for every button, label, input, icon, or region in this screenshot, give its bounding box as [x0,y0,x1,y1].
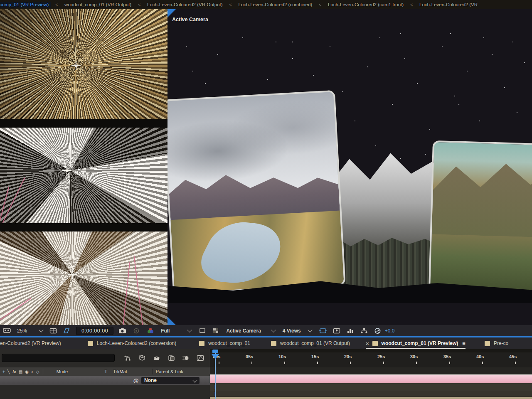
viewer-tab-woodcut-vr-output[interactable]: woodcut_comp_01 (VR Output) [62,2,133,7]
flowchart-icon[interactable] [360,327,369,335]
view-dropdown[interactable]: Active Camera [226,328,275,334]
exposure-value[interactable]: +0.0 [385,328,395,334]
3d-layer-switch-icon[interactable]: ◇ [36,369,39,374]
timeline-tab-pre-comp[interactable]: Pre-co [485,340,508,346]
active-camera-view[interactable]: Active Camera [167,9,532,325]
timeline-tab-woodcut[interactable]: woodcut_comp_01 [199,340,250,346]
timeline-tab-loch-vr-preview[interactable]: en-Coloured2 (VR Preview) [0,340,61,346]
shy-layers-icon[interactable] [152,354,161,362]
frame-blend-switch-icon[interactable]: ▤ [19,369,22,374]
view-select-corner-icon [167,317,176,325]
layout-dropdown[interactable]: 4 Views [283,328,312,334]
tab-separator-icon: < [55,2,58,7]
anchor-point-icon[interactable] [69,271,76,278]
vr-goggles-icon[interactable] [2,327,11,335]
parent-link-column-header[interactable]: Parent & Link [156,369,183,374]
vr-preview-middle[interactable] [0,128,167,223]
track-row[interactable] [210,383,532,392]
after-effects-window: comp_01 (VR Preview) < woodcut_comp_01 (… [0,0,532,399]
ruler-tick: 05s [246,354,260,359]
t-column-header[interactable]: T [104,369,107,374]
anchor-point-icon[interactable] [63,167,71,174]
region-of-interest-icon[interactable] [198,327,207,335]
adjustment-layer-switch-icon[interactable]: ◐ [31,369,34,374]
channels-icon[interactable] [146,327,155,335]
pixel-aspect-correction-icon[interactable] [318,327,328,335]
column-divider [43,369,43,374]
shy-switch-icon[interactable]: + [2,369,5,374]
viewer-tab-comp01-vr-preview[interactable]: comp_01 (VR Preview) [0,2,51,7]
ruler-tick: 10s [278,354,293,359]
ruler-tick: 20s [344,354,358,359]
reset-exposure-icon[interactable] [373,327,382,335]
frame-blending-icon[interactable] [167,354,176,362]
timeline-tab-label: woodcut_comp_01 [208,340,250,346]
timeline-search-input[interactable] [2,354,115,362]
mode-column-header[interactable]: Mode [57,369,68,374]
loch-framed-photo-layer [167,90,346,295]
ruler-tick: 30s [410,354,424,359]
mask-path-line [134,256,143,325]
ruler-tick: 45s [509,354,523,359]
magnification-dropdown[interactable]: 25% [17,328,43,334]
panel-menu-icon[interactable]: ≡ [462,340,466,347]
timeline-tab-loch-conversion[interactable]: Loch-Leven-Coloured2 (conversion) [88,340,176,346]
mask-path-line [0,298,31,325]
timeline-panel-icon[interactable] [346,327,355,335]
ruler-tick: 15s [311,354,325,359]
anchor-point-icon[interactable] [72,62,80,69]
graph-editor-icon[interactable] [196,354,205,362]
timeline-tab-label: woodcut_comp_01 (VR Preview) [382,340,458,346]
timeline-ruler[interactable]: 00s 05s 10s 15s 20s 25s 30s 35s 40s 45s [210,349,532,367]
viewer-tab-loch-vr[interactable]: Loch-Leven-Coloured2 (VR [417,2,480,7]
viewer-tab-loch-combined[interactable]: Loch-Leven-Coloured2 (combined) [236,2,314,7]
vr-preview-bottom[interactable] [0,232,167,325]
collapse-switch-icon[interactable]: ╲ [7,369,10,374]
playhead-caret-icon[interactable] [211,354,219,359]
timecode-field[interactable]: 0:00:00:00 [76,327,113,335]
timeline-tab-bar: en-Coloured2 (VR Preview) Loch-Leven-Col… [0,337,532,349]
motion-blur-switch-icon[interactable]: ◉ [25,369,29,374]
comp-label-color-icon [372,341,378,346]
layer-duration-bar-pink[interactable] [210,374,532,383]
column-divider [152,369,153,374]
comp-label-color-icon [199,341,204,346]
snapshot-camera-icon[interactable] [118,327,127,335]
trkmat-column-header[interactable]: TrkMat [113,369,127,374]
viewer-tab-loch-cam1-front[interactable]: Loch-Leven-Coloured2 (cam1 front) [326,2,406,7]
chevron-down-icon [39,328,43,332]
fx-switch-icon[interactable]: fx [12,369,16,374]
pickwhip-icon[interactable]: @ [132,377,140,384]
mask-visibility-icon[interactable] [62,327,71,335]
composition-panel: Active Camera [0,9,532,325]
playhead-line[interactable] [215,353,216,399]
grid-guides-icon[interactable] [49,327,58,335]
resolution-dropdown[interactable]: Full [161,328,191,334]
timeline-toolbar-icons [123,352,205,364]
timeline-tab-woodcut-vr-output[interactable]: woodcut_comp_01 (VR Output) [271,340,350,346]
timeline-tab-label: Pre-co [494,340,508,346]
playhead-handle[interactable] [212,350,218,353]
layer-duration-bar-tan[interactable] [210,397,532,399]
chevron-down-icon [192,378,197,382]
fast-previews-icon[interactable] [332,327,341,335]
chevron-down-icon [271,328,276,332]
mask-path-line [123,262,130,325]
ruler-tick: 35s [443,354,458,359]
timeline-tab-woodcut-vr-preview[interactable]: × woodcut_comp_01 (VR Preview) ≡ [366,340,466,349]
parent-link-dropdown[interactable]: None [141,377,200,384]
show-snapshot-icon[interactable] [132,327,141,335]
track-row[interactable] [210,391,532,397]
viewer-tab-loch-vr-output[interactable]: Loch-Leven-Coloured2 (VR Output) [145,2,225,7]
transparency-grid-icon[interactable] [211,327,220,335]
comp-label-color-icon [88,341,93,346]
timeline-tab-label: en-Coloured2 (VR Preview) [0,340,61,346]
motion-blur-icon[interactable] [181,354,190,362]
tab-separator-icon: < [229,2,232,7]
vr-preview-top[interactable] [0,9,167,119]
draft-3d-icon[interactable] [138,354,147,362]
mini-flowchart-icon[interactable] [123,354,132,362]
starfield-texture [167,21,168,22]
close-icon[interactable]: × [366,340,369,347]
viewer-tab-bar: comp_01 (VR Preview) < woodcut_comp_01 (… [0,0,532,9]
